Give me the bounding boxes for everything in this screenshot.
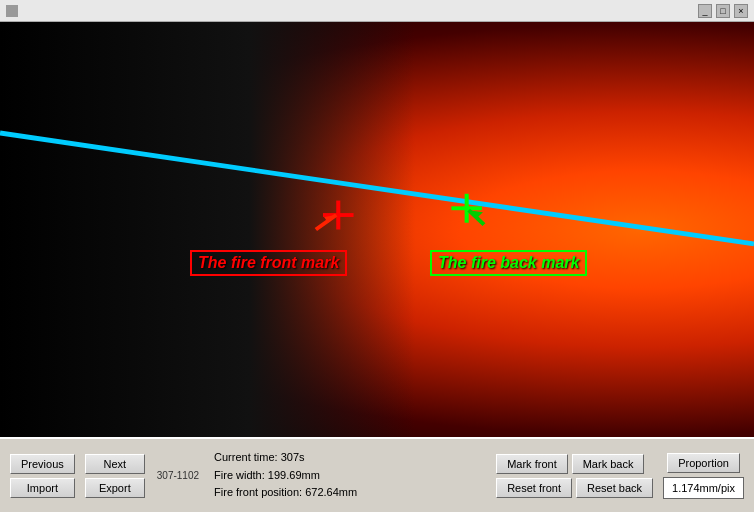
mark-front-button[interactable]: Mark front	[496, 454, 568, 474]
dark-overlay	[0, 22, 415, 437]
reset-back-button[interactable]: Reset back	[576, 478, 653, 498]
previous-button[interactable]: Previous	[10, 454, 75, 474]
mark-button-group: Mark front Mark back Reset front Reset b…	[496, 454, 653, 498]
image-area: The fire front mark The fire back mark	[0, 22, 754, 437]
current-time-info: Current time: 307s	[214, 449, 486, 467]
import-button[interactable]: Import	[10, 478, 75, 498]
reset-row: Reset front Reset back	[496, 478, 653, 498]
title-bar-controls[interactable]: _ □ ×	[698, 4, 748, 18]
proportion-button[interactable]: Proportion	[667, 453, 740, 473]
export-button[interactable]: Export	[85, 478, 145, 498]
main-area: The fire front mark The fire back mark P…	[0, 22, 754, 512]
nav-button-group-2: Next Export	[85, 454, 145, 498]
proportion-value: 1.174mm/pix	[663, 477, 744, 499]
maximize-button[interactable]: □	[716, 4, 730, 18]
mark-back-button[interactable]: Mark back	[572, 454, 645, 474]
fire-front-label: The fire front mark	[190, 250, 347, 276]
nav-button-group: Previous Import	[10, 454, 75, 498]
proportion-group: Proportion 1.174mm/pix	[663, 453, 744, 499]
fire-back-label: The fire back mark	[430, 250, 587, 276]
mark-row: Mark front Mark back	[496, 454, 653, 474]
close-button[interactable]: ×	[734, 4, 748, 18]
fire-width-info: Fire width: 199.69mm	[214, 467, 486, 485]
info-section: Current time: 307s Fire width: 199.69mm …	[209, 449, 486, 502]
minimize-button[interactable]: _	[698, 4, 712, 18]
frame-range: 307-1102	[157, 470, 199, 481]
app-icon	[6, 5, 18, 17]
title-bar-left	[6, 5, 18, 17]
fire-front-pos-info: Fire front position: 672.64mm	[214, 484, 486, 502]
next-button[interactable]: Next	[85, 454, 145, 474]
title-bar: _ □ ×	[0, 0, 754, 22]
control-panel: Previous Import Next Export 307-1102 Cur…	[0, 437, 754, 512]
reset-front-button[interactable]: Reset front	[496, 478, 572, 498]
